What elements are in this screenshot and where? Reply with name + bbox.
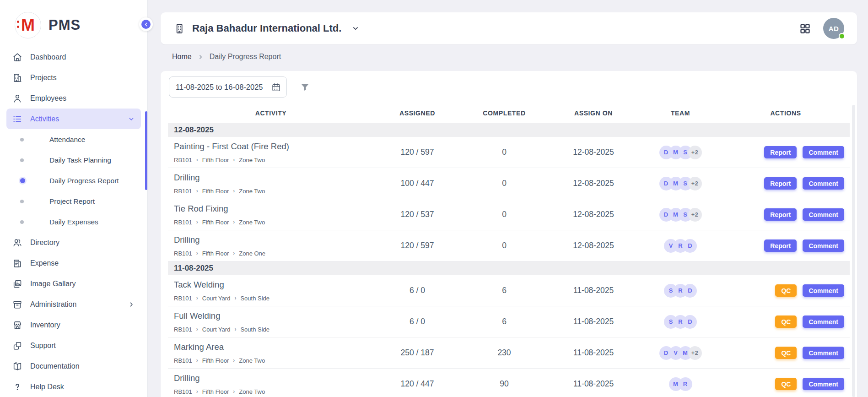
sidebar-subitem-daily-progress-report[interactable]: Daily Progress Report [6, 170, 141, 191]
activity-title: Marking Area [174, 342, 374, 352]
copy-icon [12, 341, 22, 351]
company-selector[interactable]: Raja Bahadur International Ltd. [174, 22, 360, 34]
comment-button[interactable]: Comment [803, 177, 844, 190]
activity-path: RB101›Fifth Floor›Zone Two [174, 157, 374, 163]
sidebar-subitem-daily-task-planning[interactable]: Daily Task Planning [6, 150, 141, 170]
activity-path: RB101›Court Yard›South Side [174, 326, 374, 333]
path-segment: RB101 [174, 250, 192, 257]
report-button[interactable]: Report [764, 146, 797, 158]
content-card: 11-08-2025 to 16-08-2025 ACTIVITY ASSIGN… [161, 71, 857, 397]
comment-button[interactable]: Comment [803, 347, 844, 359]
report-button[interactable]: Report [764, 239, 797, 252]
logo-circle: M [15, 12, 41, 38]
sidebar-item-employees[interactable]: Employees [6, 88, 141, 109]
report-button[interactable]: Report [764, 177, 797, 190]
comment-button[interactable]: Comment [803, 208, 844, 221]
vertical-scrollbar[interactable] [852, 105, 855, 397]
assigned-value: 6 / 0 [374, 317, 461, 326]
chevron-separator-icon: › [233, 357, 235, 364]
receipt-icon [12, 258, 22, 268]
building-icon [12, 73, 22, 83]
qc-button[interactable]: QC [775, 347, 797, 359]
archive-icon [12, 299, 22, 310]
avatar[interactable]: AD [823, 18, 844, 39]
sidebar-item-label: Help Desk [30, 383, 64, 391]
sidebar-item-directory[interactable]: Directory [6, 232, 141, 253]
actions-cell: ReportComment [722, 146, 850, 158]
sidebar-item-projects[interactable]: Projects [6, 67, 141, 88]
sidebar-item-documentation[interactable]: Documentation [6, 356, 141, 376]
filter-funnel-icon[interactable] [300, 82, 310, 92]
breadcrumb-home[interactable]: Home [172, 53, 192, 61]
sidebar-item-support[interactable]: Support [6, 335, 141, 356]
team-avatars: SRD [639, 284, 722, 298]
team-member-badge[interactable]: D [683, 315, 697, 329]
apps-grid-icon[interactable] [799, 22, 811, 35]
team-more-badge[interactable]: +2 [688, 146, 702, 159]
sidebar-item-activities[interactable]: Activities [6, 109, 141, 129]
activity-cell: DrillingRB101›Fifth Floor›Zone Two [168, 173, 374, 195]
bullet-dot-icon [20, 158, 24, 162]
path-segment: Zone Two [239, 188, 265, 195]
sidebar-item-administration[interactable]: Administration [6, 294, 141, 315]
date-range-input[interactable]: 11-08-2025 to 16-08-2025 [169, 76, 287, 98]
completed-value: 230 [461, 348, 548, 358]
table-row: DrillingRB101›Fifth Floor›Zone Two120 / … [168, 369, 850, 397]
team-more-badge[interactable]: +2 [688, 208, 702, 222]
building-icon [174, 23, 186, 34]
sidebar-item-dashboard[interactable]: Dashboard [6, 47, 141, 67]
topbar: Raja Bahadur International Ltd. AD [161, 12, 857, 44]
comment-button[interactable]: Comment [803, 284, 844, 297]
activity-cell: Tack WeldingRB101›Court Yard›South Side [168, 280, 374, 302]
date-group-row: 11-08-2025 [168, 261, 850, 275]
actions-cell: QCComment [722, 347, 850, 359]
date-group-row: 12-08-2025 [168, 123, 850, 137]
company-name: Raja Bahadur International Ltd. [192, 22, 341, 34]
actions-cell: QCComment [722, 315, 850, 328]
assign-on-value: 12-08-2025 [548, 147, 639, 157]
qc-button[interactable]: QC [775, 315, 797, 328]
path-segment: Zone Two [239, 388, 265, 395]
team-member-badge[interactable]: D [683, 284, 697, 298]
team-member-badge[interactable]: D [683, 239, 697, 253]
sidebar-item-image-gallary[interactable]: Image Gallary [6, 273, 141, 294]
sidebar-subitem-daily-expenses[interactable]: Daily Expenses [6, 212, 141, 232]
column-header-team: TEAM [639, 109, 722, 117]
qc-button[interactable]: QC [775, 378, 797, 390]
column-header-completed: COMPLETED [461, 109, 548, 117]
comment-button[interactable]: Comment [803, 315, 844, 328]
assigned-value: 250 / 187 [374, 348, 461, 358]
report-button[interactable]: Report [764, 208, 797, 221]
sidebar-item-help-desk[interactable]: Help Desk [6, 376, 141, 397]
path-segment: Fifth Floor [202, 188, 229, 195]
sidebar-item-expense[interactable]: Expense [6, 253, 141, 273]
team-member-badge[interactable]: R [679, 377, 692, 391]
path-segment: RB101 [174, 188, 192, 195]
qc-button[interactable]: QC [775, 284, 797, 297]
chevron-separator-icon: › [233, 250, 235, 256]
sidebar-item-inventory[interactable]: Inventory [6, 315, 141, 335]
path-segment: Court Yard [202, 295, 231, 302]
path-segment: Fifth Floor [202, 388, 229, 395]
table-row: Full WeldingRB101›Court Yard›South Side6… [168, 306, 850, 337]
comment-button[interactable]: Comment [803, 378, 844, 390]
comment-button[interactable]: Comment [803, 146, 844, 158]
chevron-separator-icon: › [196, 157, 198, 163]
bullet-dot-icon [20, 220, 24, 224]
path-segment: Fifth Floor [202, 250, 229, 257]
sidebar-collapse-button[interactable] [139, 17, 153, 31]
sidebar-subitem-project-report[interactable]: Project Report [6, 191, 141, 212]
path-segment: RB101 [174, 157, 192, 163]
sidebar-subitem-label: Project Report [49, 197, 95, 206]
chevron-separator-icon: › [196, 250, 198, 256]
team-more-badge[interactable]: +2 [688, 346, 702, 360]
sidebar-subitem-attendance[interactable]: Attendance [6, 129, 141, 150]
list-icon [12, 114, 22, 124]
chevron-down-icon [351, 24, 360, 33]
chevron-separator-icon: › [233, 219, 235, 225]
chevron-separator-icon: › [196, 388, 198, 395]
team-more-badge[interactable]: +2 [688, 177, 702, 190]
sidebar-accent-bar [145, 111, 147, 190]
sidebar-item-label: Expense [30, 259, 59, 267]
comment-button[interactable]: Comment [803, 239, 844, 252]
